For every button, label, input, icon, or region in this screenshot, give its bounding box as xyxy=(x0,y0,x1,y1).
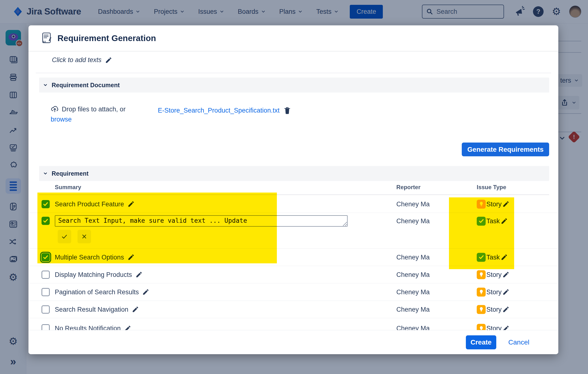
requirement-row: Display Matching ProductsCheney MaStory xyxy=(29,266,558,283)
issue-type-cell: Story xyxy=(477,199,510,209)
reporter-cell: Cheney Ma xyxy=(396,288,430,296)
section-requirement-document[interactable]: Requirement Document xyxy=(39,77,549,93)
pencil-icon[interactable] xyxy=(502,200,510,208)
reporter-cell: Cheney Ma xyxy=(396,306,430,313)
row-checkbox[interactable] xyxy=(42,271,50,279)
summary-cell: Search Product Feature xyxy=(55,200,135,208)
pencil-icon[interactable] xyxy=(136,271,143,278)
requirements-table-header: Summary Reporter Issue Type xyxy=(39,182,549,195)
svg-text:AI: AI xyxy=(43,40,46,44)
column-header-summary: Summary xyxy=(55,184,81,191)
pencil-icon[interactable] xyxy=(127,200,135,208)
summary-cell: Multiple Search Options xyxy=(55,253,135,261)
issue-type-cell: Story xyxy=(477,270,510,279)
issue-type-cell: Story xyxy=(477,287,510,297)
attached-file: E-Store_Search_Product_Specification.txt xyxy=(158,107,291,114)
summary-cell: Search Result Navigation xyxy=(55,306,139,313)
summary-text: Display Matching Products xyxy=(55,271,132,278)
generate-requirements-button[interactable]: Generate Requirements xyxy=(462,143,549,156)
story-type-icon xyxy=(477,270,486,279)
cancel-button[interactable]: Cancel xyxy=(508,339,529,346)
requirement-row: Search Product FeatureCheney MaStory xyxy=(29,196,558,213)
requirement-row: Cheney MaTask xyxy=(29,213,558,249)
check-icon xyxy=(478,254,484,260)
issue-type-label: Story xyxy=(486,306,502,313)
issue-type-label: Task xyxy=(486,216,500,226)
check-icon xyxy=(42,201,49,207)
issue-type-label: Task xyxy=(486,253,500,261)
pencil-icon[interactable] xyxy=(502,306,510,313)
task-type-icon xyxy=(477,217,486,226)
requirement-row: Pagination of Search ResultsCheney MaSto… xyxy=(29,283,558,301)
upload-cloud-icon xyxy=(51,105,59,113)
application-window: Jira Software Dashboards Projects Issues… xyxy=(0,0,588,374)
pencil-icon[interactable] xyxy=(501,218,508,225)
pencil-icon[interactable] xyxy=(142,288,149,296)
pencil-icon[interactable] xyxy=(502,271,510,278)
cancel-edit-button[interactable] xyxy=(77,230,91,243)
summary-cell: Display Matching Products xyxy=(55,271,143,278)
pencil-icon[interactable] xyxy=(502,288,510,296)
section-requirement[interactable]: Requirement xyxy=(39,166,549,181)
reporter-cell: Cheney Ma xyxy=(396,200,430,208)
create-button[interactable]: Create xyxy=(466,335,496,349)
dialog-header: AI Requirement Generation xyxy=(29,25,558,52)
check-icon xyxy=(42,254,49,260)
edit-actions xyxy=(58,230,91,243)
pencil-icon[interactable] xyxy=(127,254,135,261)
summary-text: Multiple Search Options xyxy=(55,253,124,261)
summary-text: Pagination of Search Results xyxy=(55,288,139,296)
check-icon xyxy=(42,218,49,224)
browse-link[interactable]: browse xyxy=(51,116,72,123)
row-checkbox[interactable] xyxy=(42,217,50,225)
issue-type-cell: Task xyxy=(477,216,508,226)
summary-text: Search Result Navigation xyxy=(55,306,128,313)
issue-type-label: Story xyxy=(486,200,502,208)
reporter-cell: Cheney Ma xyxy=(396,216,430,226)
column-header-reporter: Reporter xyxy=(396,184,420,191)
row-checkbox[interactable] xyxy=(42,253,50,261)
confirm-edit-button[interactable] xyxy=(58,230,71,243)
row-checkbox[interactable] xyxy=(42,200,50,208)
story-type-icon xyxy=(477,199,486,209)
story-bulb-icon xyxy=(478,306,484,313)
issue-type-label: Story xyxy=(486,288,502,296)
trash-icon[interactable] xyxy=(284,107,291,114)
requirement-generation-dialog: AI Requirement Generation Click to add t… xyxy=(29,25,558,354)
attached-file-link[interactable]: E-Store_Search_Product_Specification.txt xyxy=(158,107,280,114)
requirement-row: Search Result NavigationCheney MaStory xyxy=(29,301,558,318)
story-bulb-icon xyxy=(478,289,484,295)
chevron-down-icon xyxy=(43,83,48,88)
reporter-cell: Cheney Ma xyxy=(396,253,430,261)
pencil-icon[interactable] xyxy=(132,306,139,313)
dialog-footer: Create Cancel xyxy=(29,330,558,354)
attach-dropzone[interactable]: Drop files to attach, or browse xyxy=(51,105,147,123)
column-header-issue-type: Issue Type xyxy=(477,184,506,191)
pencil-icon[interactable] xyxy=(501,254,508,261)
story-type-icon xyxy=(477,305,486,314)
add-text-placeholder[interactable]: Click to add texts xyxy=(52,56,112,64)
chevron-down-icon xyxy=(43,171,48,176)
reporter-cell: Cheney Ma xyxy=(396,271,430,278)
issue-type-cell: Story xyxy=(477,305,510,314)
story-bulb-icon xyxy=(478,201,484,207)
ai-document-icon: AI xyxy=(41,32,53,44)
story-type-icon xyxy=(477,287,486,297)
pencil-icon xyxy=(105,56,112,64)
dialog-title: Requirement Generation xyxy=(57,33,156,43)
row-checkbox[interactable] xyxy=(42,288,50,296)
issue-type-label: Story xyxy=(486,271,502,278)
row-checkbox[interactable] xyxy=(42,305,50,314)
check-icon xyxy=(478,218,484,224)
divider xyxy=(36,73,551,73)
requirement-row: Multiple Search OptionsCheney MaTask xyxy=(29,249,558,266)
summary-cell: Pagination of Search Results xyxy=(55,288,149,296)
summary-edit-input[interactable] xyxy=(55,215,347,227)
summary-edit-field xyxy=(55,215,347,227)
task-type-icon xyxy=(477,253,486,262)
issue-type-cell: Task xyxy=(477,253,508,262)
story-bulb-icon xyxy=(478,272,484,278)
requirements-table-body: Search Product FeatureCheney MaStoryChen… xyxy=(29,196,558,339)
summary-text: Search Product Feature xyxy=(55,200,124,208)
